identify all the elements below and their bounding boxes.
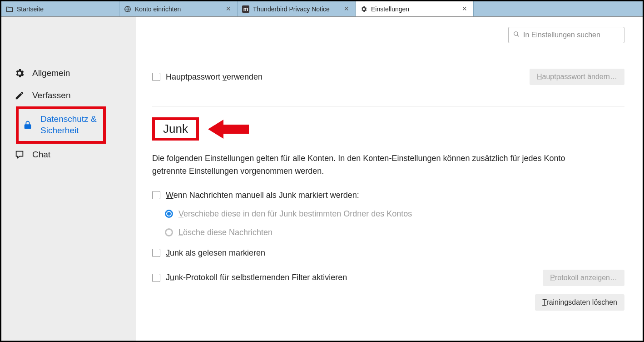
tab-label: Einstellungen xyxy=(371,5,409,13)
lock-icon xyxy=(22,120,33,131)
checkbox-icon xyxy=(152,73,160,81)
tab-account-setup[interactable]: Konto einrichten × xyxy=(119,1,238,16)
tab-label: Thunderbird Privacy Notice xyxy=(253,5,330,13)
svg-marker-2 xyxy=(208,120,249,139)
master-password-row: Hauptpasswort verwenden Hauptpasswort än… xyxy=(152,66,624,88)
settings-sidebar: Allgemein Verfassen Datenschutz &Sicherh… xyxy=(1,17,136,341)
delete-junk-radio[interactable]: Lösche diese Nachrichten xyxy=(165,228,624,237)
change-master-password-button: Hauptpasswort ändern… xyxy=(530,69,624,85)
radio-label: Verschiebe diese in den für Junk bestimm… xyxy=(178,209,412,219)
junk-description: Die folgenden Einstellungen gelten für a… xyxy=(152,152,588,178)
junk-log-row: Junk-Protokoll für selbstlernenden Filte… xyxy=(152,267,624,289)
junk-section-header: Junk xyxy=(152,117,624,142)
sidebar-item-chat[interactable]: Chat xyxy=(1,144,136,166)
sidebar-item-label: Verfassen xyxy=(32,90,71,101)
radio-label: Lösche diese Nachrichten xyxy=(178,228,272,237)
enable-junk-log-checkbox[interactable]: Junk-Protokoll für selbstlernenden Filte… xyxy=(152,273,347,282)
search-icon xyxy=(513,31,520,39)
close-icon[interactable]: × xyxy=(460,4,469,14)
sidebar-item-general[interactable]: Allgemein xyxy=(1,62,136,85)
use-master-password-checkbox[interactable]: Hauptpasswort verwenden xyxy=(152,72,263,82)
tab-label: Startseite xyxy=(17,5,44,13)
gear-icon xyxy=(14,68,25,79)
sidebar-item-label: Datenschutz &Sicherheit xyxy=(40,114,97,136)
tab-settings[interactable]: Einstellungen × xyxy=(356,1,474,16)
settings-search[interactable] xyxy=(508,27,624,43)
checkbox-icon xyxy=(152,274,160,282)
app-body: Allgemein Verfassen Datenschutz &Sicherh… xyxy=(1,17,643,341)
tab-home[interactable]: Startseite xyxy=(1,1,119,16)
when-marked-junk-checkbox[interactable]: Wenn Nachrichten manuell als Junk markie… xyxy=(152,191,624,200)
tab-bar: Startseite Konto einrichten × m Thunderb… xyxy=(1,1,643,17)
checkbox-label: Junk-Protokoll für selbstlernenden Filte… xyxy=(166,273,347,282)
reset-training-data-button[interactable]: Trainingsdaten löschen xyxy=(535,294,624,311)
checkbox-icon xyxy=(152,191,160,199)
annotation-highlight-junk: Junk xyxy=(152,117,199,141)
mozilla-icon: m xyxy=(242,5,249,13)
tab-label: Konto einrichten xyxy=(135,5,181,13)
annotation-arrow-icon xyxy=(208,118,249,142)
sidebar-item-privacy-security[interactable]: Datenschutz &Sicherheit xyxy=(20,111,99,139)
sidebar-item-label: Chat xyxy=(32,149,50,161)
mark-junk-read-checkbox[interactable]: Junk als gelesen markieren xyxy=(152,248,624,258)
sidebar-item-compose[interactable]: Verfassen xyxy=(1,85,136,107)
close-icon[interactable]: × xyxy=(224,4,233,14)
pencil-icon xyxy=(14,90,25,101)
radio-icon xyxy=(165,228,173,236)
gear-icon xyxy=(360,5,367,13)
show-log-button: Protokoll anzeigen… xyxy=(543,270,624,286)
move-to-junk-radio[interactable]: Verschiebe diese in den für Junk bestimm… xyxy=(165,209,624,219)
globe-icon xyxy=(124,5,131,13)
annotation-highlight-sidebar: Datenschutz &Sicherheit xyxy=(16,106,106,143)
checkbox-label: Hauptpasswort verwenden xyxy=(166,72,263,82)
close-icon[interactable]: × xyxy=(342,4,351,14)
checkbox-label: Wenn Nachrichten manuell als Junk markie… xyxy=(166,191,359,200)
checkbox-label: Junk als gelesen markieren xyxy=(166,248,265,258)
sidebar-item-label: Allgemein xyxy=(32,68,70,79)
radio-icon xyxy=(165,210,173,218)
chat-icon xyxy=(14,149,25,160)
folder-icon xyxy=(6,5,13,13)
svg-point-1 xyxy=(514,32,518,35)
tab-privacy-notice[interactable]: m Thunderbird Privacy Notice × xyxy=(238,1,356,16)
settings-content: Hauptpasswort verwenden Hauptpasswort än… xyxy=(136,17,643,341)
checkbox-icon xyxy=(152,249,160,257)
section-title: Junk xyxy=(163,122,188,136)
search-input[interactable] xyxy=(523,31,619,39)
section-divider xyxy=(152,106,624,106)
